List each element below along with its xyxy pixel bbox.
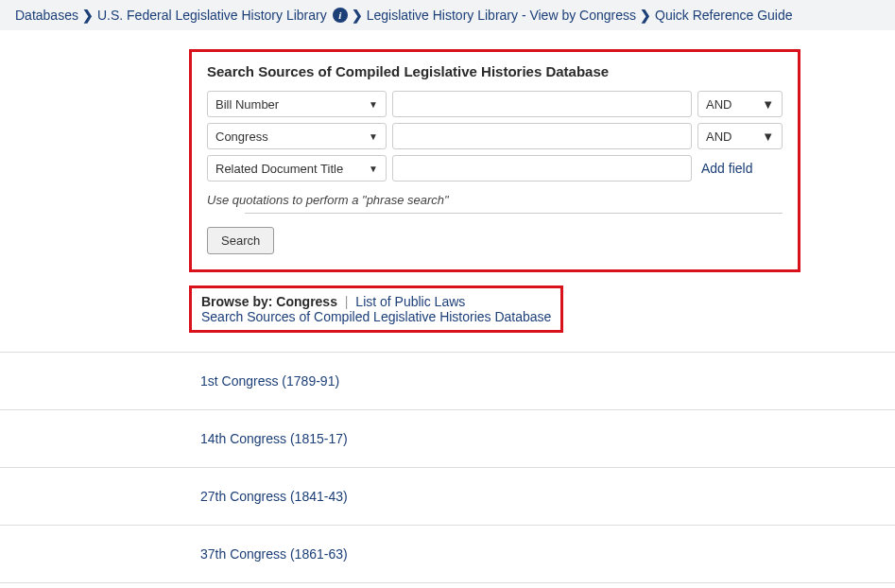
main-content: Search Sources of Compiled Legislative H… (0, 30, 895, 588)
operator-label: AND (706, 130, 731, 144)
operator-label: AND (706, 97, 731, 112)
congress-link[interactable]: 1st Congress (1789-91) (200, 373, 339, 389)
field-select-label: Bill Number (215, 97, 279, 112)
search-button[interactable]: Search (207, 227, 274, 254)
breadcrumb-quick-ref[interactable]: Quick Reference Guide (655, 8, 793, 23)
breadcrumb-databases[interactable]: Databases (15, 8, 78, 23)
field-select-label: Related Document Title (215, 162, 343, 176)
browse-box: Browse by: Congress | List of Public Law… (189, 285, 563, 333)
caret-down-icon: ▼ (369, 164, 378, 174)
list-item: 27th Congress (1841-43) (0, 467, 895, 525)
list-item: 14th Congress (1815-17) (0, 409, 895, 467)
congress-link[interactable]: 27th Congress (1841-43) (200, 489, 348, 504)
list-item: 37th Congress (1861-63) (0, 525, 895, 582)
list-item: 1st Congress (1789-91) (0, 352, 895, 409)
search-input-1[interactable] (392, 123, 692, 149)
field-select-congress[interactable]: Congress ▼ (207, 123, 387, 149)
caret-down-icon: ▼ (369, 131, 378, 142)
breadcrumb: Databases ❯ U.S. Federal Legislative His… (0, 0, 895, 30)
divider (245, 213, 783, 214)
field-select-label: Congress (215, 130, 268, 144)
caret-down-icon: ▼ (762, 97, 774, 112)
breadcrumb-library[interactable]: U.S. Federal Legislative History Library (97, 8, 327, 23)
congress-link[interactable]: 14th Congress (1815-17) (200, 431, 348, 446)
chevron-right-icon: ❯ (82, 8, 94, 23)
operator-select-0[interactable]: AND ▼ (697, 91, 783, 117)
caret-down-icon: ▼ (369, 99, 378, 110)
search-box: Search Sources of Compiled Legislative H… (189, 49, 800, 272)
search-row: Congress ▼ AND ▼ (207, 123, 783, 149)
browse-separator: | (345, 294, 349, 309)
congress-link[interactable]: 37th Congress (1861-63) (200, 546, 348, 562)
congress-list: 1st Congress (1789-91) 14th Congress (18… (0, 352, 895, 588)
breadcrumb-view-by-congress[interactable]: Legislative History Library - View by Co… (367, 8, 636, 23)
operator-select-1[interactable]: AND ▼ (697, 123, 783, 149)
search-row: Bill Number ▼ AND ▼ (207, 91, 783, 117)
chevron-right-icon: ❯ (352, 8, 363, 23)
list-item: 38th Congress (1863-65) (0, 582, 895, 588)
search-input-0[interactable] (392, 91, 692, 117)
browse-label: Browse by: (201, 294, 272, 309)
caret-down-icon: ▼ (762, 130, 774, 144)
field-select-bill-number[interactable]: Bill Number ▼ (207, 91, 387, 117)
search-input-2[interactable] (392, 155, 692, 182)
browse-current: Congress (276, 294, 337, 309)
browse-search-sources[interactable]: Search Sources of Compiled Legislative H… (201, 309, 551, 324)
info-icon[interactable]: i (333, 8, 348, 23)
add-field-link[interactable]: Add field (697, 161, 783, 176)
search-hint: Use quotations to perform a "phrase sear… (207, 193, 783, 207)
field-select-related-doc[interactable]: Related Document Title ▼ (207, 155, 387, 182)
browse-list-public-laws[interactable]: List of Public Laws (355, 294, 465, 309)
search-row: Related Document Title ▼ Add field (207, 155, 783, 182)
chevron-right-icon: ❯ (640, 8, 651, 23)
search-title: Search Sources of Compiled Legislative H… (207, 63, 783, 79)
